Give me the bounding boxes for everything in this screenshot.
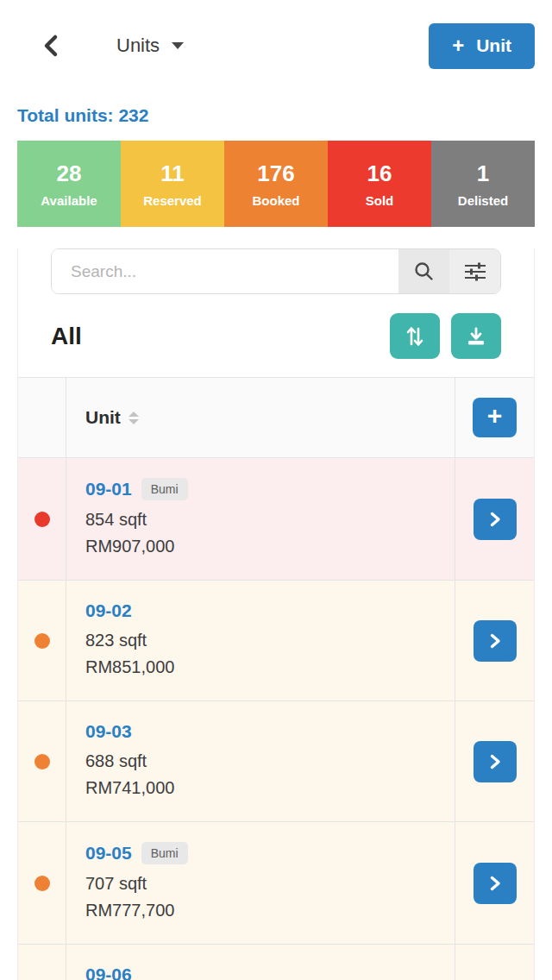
open-unit-button[interactable] [474,741,517,782]
add-unit-button[interactable]: + Unit [429,23,535,69]
stat-count: 16 [367,160,392,187]
back-button[interactable] [34,34,66,58]
stat-label: Delisted [458,193,508,208]
list-toolbar: All [51,313,501,359]
search-button[interactable] [398,249,449,293]
status-summary-bar: 28 Available 11 Reserved 176 Booked 16 S… [17,141,535,227]
status-cell [18,458,66,580]
open-unit-button[interactable] [474,620,517,662]
table-row[interactable]: 09-01 Bumi 854 sqft RM907,000 [18,458,534,581]
units-dropdown[interactable]: Units [116,35,184,57]
sort-arrows-icon [405,325,424,348]
unit-column-header[interactable]: Unit [85,407,121,428]
table-header-row: Unit + [18,378,534,458]
status-dot-icon [34,512,50,527]
stat-label: Reserved [143,193,202,208]
unit-link[interactable]: 09-06 [85,964,132,980]
table-row[interactable]: 09-05 Bumi 707 sqft RM777,700 [18,822,534,945]
table-row[interactable]: 09-02 823 sqft RM851,000 [18,581,534,701]
action-cell [455,458,534,580]
filter-title: All [51,323,379,350]
stat-cell-booked[interactable]: 176 Booked [224,141,328,227]
stat-count: 28 [57,160,82,187]
unit-price: RM907,000 [85,533,436,560]
chevron-right-icon [486,752,504,771]
download-icon [466,326,486,347]
chevron-right-icon [486,510,504,529]
table-row[interactable]: 09-03 688 sqft RM741,000 [18,701,534,822]
status-cell [18,581,66,700]
status-cell [18,701,66,821]
action-cell [455,945,534,980]
total-units-value: 232 [118,105,148,125]
table-row[interactable]: 09-06 907 sqft RM954,000 [18,945,534,980]
add-header-cell: + [455,378,534,457]
unit-cell: 09-06 907 sqft RM954,000 [66,945,455,980]
unit-table: Unit + 09-01 Bumi 854 sqft RM907, [18,377,534,980]
unit-cell: 09-02 823 sqft RM851,000 [66,581,455,700]
sliders-icon [464,261,486,282]
chevron-down-icon [172,42,184,49]
page-title: Units [116,35,160,57]
unit-link[interactable]: 09-01 [85,479,132,499]
bumi-badge: Bumi [141,478,188,500]
unit-cell: 09-03 688 sqft RM741,000 [66,701,455,821]
download-button[interactable] [451,313,501,359]
status-cell [18,822,66,944]
stat-count: 176 [257,160,294,187]
stat-cell-sold[interactable]: 16 Sold [328,141,431,227]
action-cell [455,581,534,700]
sort-button[interactable] [390,313,440,359]
search-group [51,248,501,294]
status-cell [18,945,66,980]
chevron-right-icon [486,631,504,650]
plus-icon: + [452,34,464,58]
units-panel: All Unit [17,248,535,980]
unit-link[interactable]: 09-02 [85,600,132,621]
stat-label: Sold [366,193,394,208]
plus-icon: + [487,401,503,430]
status-dot-icon [34,633,50,649]
unit-table-body: 09-01 Bumi 854 sqft RM907,000 09-02 823 … [18,458,534,980]
chevron-left-icon [41,34,60,58]
stat-cell-delisted[interactable]: 1 Delisted [431,141,535,227]
unit-header-cell: Unit [66,378,455,457]
stat-label: Available [41,193,97,208]
total-units: Total units: 232 [17,105,535,126]
status-dot-icon [34,754,50,770]
add-row-button[interactable]: + [473,398,517,437]
action-cell [455,701,534,821]
open-unit-button[interactable] [474,499,517,540]
search-icon [413,261,435,282]
status-header-cell [18,378,66,457]
total-units-label: Total units: [17,105,114,125]
add-unit-label: Unit [476,35,511,56]
filter-button[interactable] [449,249,500,293]
unit-price: RM851,000 [85,654,436,681]
unit-size: 854 sqft [85,506,436,533]
stat-cell-available[interactable]: 28 Available [17,141,121,227]
status-dot-icon [34,876,50,891]
unit-size: 823 sqft [85,627,436,654]
open-unit-button[interactable] [474,863,517,904]
unit-price: RM777,700 [85,897,436,924]
top-bar: Units + Unit [0,0,552,69]
unit-price: RM741,000 [85,775,436,801]
action-cell [455,822,534,944]
search-input[interactable] [52,249,398,293]
unit-link[interactable]: 09-03 [85,721,132,742]
stat-count: 1 [477,160,489,187]
stat-label: Booked [252,193,299,208]
unit-size: 707 sqft [85,870,436,897]
stat-count: 11 [160,160,185,187]
bumi-badge: Bumi [141,842,188,864]
stat-cell-reserved[interactable]: 11 Reserved [121,141,224,227]
unit-cell: 09-01 Bumi 854 sqft RM907,000 [66,458,455,580]
unit-link[interactable]: 09-05 [85,843,132,864]
unit-cell: 09-05 Bumi 707 sqft RM777,700 [66,822,455,944]
chevron-right-icon [486,874,504,893]
unit-size: 688 sqft [85,748,436,775]
column-sort-icon[interactable] [129,411,139,424]
